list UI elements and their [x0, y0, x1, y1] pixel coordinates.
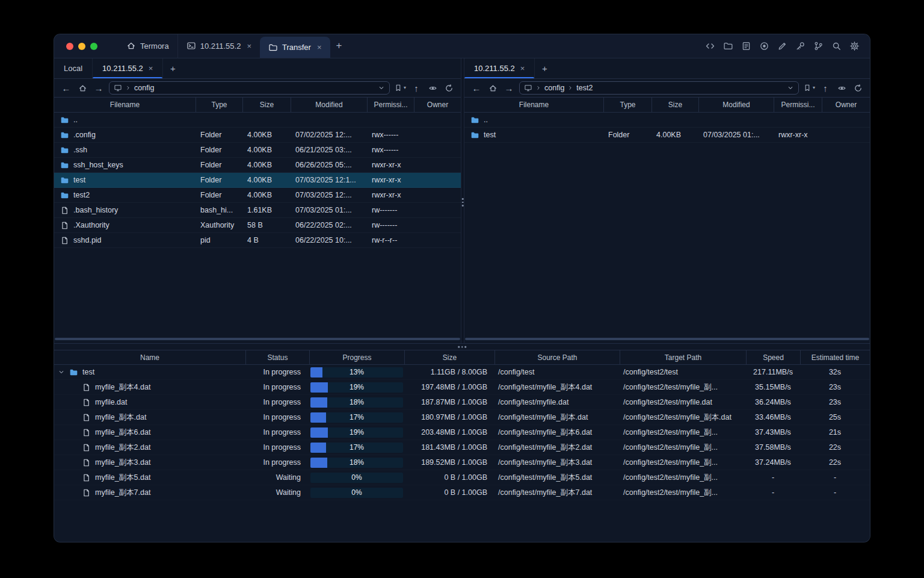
chevron-down-icon[interactable] — [378, 84, 385, 92]
file-col-permissi[interactable]: Permissi... — [774, 98, 822, 112]
forward-button[interactable]: → — [93, 81, 105, 95]
close-window-button[interactable] — [66, 43, 73, 50]
bookmarks-button[interactable]: ▾ — [803, 81, 815, 95]
file-col-owner[interactable]: Owner — [414, 98, 461, 112]
file-row[interactable]: .configFolder4.00KB07/02/2025 12:...rwx-… — [54, 128, 461, 143]
transfer-row[interactable]: myfile_副本4.datIn progress19%197.48MB / 1… — [54, 380, 870, 395]
tab-ssh-host[interactable]: 10.211.55.2 × — [177, 34, 260, 58]
transfer-col-name[interactable]: Name — [54, 350, 245, 364]
transfer-progress-cell: 18% — [309, 455, 404, 470]
code-button[interactable] — [703, 39, 717, 54]
transfer-col-progress[interactable]: Progress — [309, 350, 404, 364]
transfer-name-cell: myfile_副本5.dat — [54, 473, 245, 483]
back-button[interactable]: ← — [470, 81, 482, 95]
home-button[interactable] — [487, 81, 499, 95]
filename-text: sshd.pid — [73, 236, 102, 244]
transfer-row[interactable]: myfile_副本7.datWaiting0%0 B / 1.00GB/conf… — [54, 485, 870, 500]
home-button[interactable] — [76, 81, 88, 95]
chevron-down-icon[interactable] — [787, 84, 794, 92]
settings-button[interactable] — [847, 39, 861, 54]
transfer-row[interactable]: testIn progress13%1.11GB / 8.00GB/config… — [54, 365, 870, 380]
transfer-col-status[interactable]: Status — [245, 350, 309, 364]
transfer-row[interactable]: myfile.datIn progress18%187.87MB / 1.00G… — [54, 395, 870, 410]
upload-button[interactable]: ↑ — [410, 81, 422, 95]
forward-button[interactable]: → — [503, 81, 515, 95]
transfer-eta-cell: 32s — [800, 368, 870, 376]
transfer-col-source-path[interactable]: Source Path — [494, 350, 620, 364]
path-bar[interactable]: config — [109, 81, 390, 95]
file-col-modified[interactable]: Modified — [698, 98, 774, 112]
file-row[interactable]: testFolder4.00KB07/03/2025 12:1...rwxr-x… — [54, 173, 461, 188]
transfer-col-estimated-time[interactable]: Estimated time — [800, 350, 870, 364]
file-permissions-cell: rwxr-xr-x — [367, 161, 414, 169]
show-hidden-button[interactable] — [427, 81, 439, 95]
file-col-size[interactable]: Size — [242, 98, 291, 112]
record-button[interactable] — [757, 39, 771, 54]
refresh-button[interactable] — [852, 81, 864, 95]
horizontal-scrollbar[interactable] — [465, 338, 869, 340]
path-segment[interactable]: test2 — [576, 84, 593, 92]
transfer-col-size[interactable]: Size — [404, 350, 494, 364]
refresh-button[interactable] — [443, 81, 455, 95]
file-row[interactable]: .. — [464, 113, 870, 128]
file-row[interactable]: .sshFolder4.00KB06/21/2025 03:...rwx----… — [54, 143, 461, 158]
file-col-filename[interactable]: Filename — [54, 98, 196, 112]
file-col-size[interactable]: Size — [651, 98, 698, 112]
tab-remote-host[interactable]: 10.211.55.2 × — [464, 58, 535, 78]
new-fm-tab-button[interactable]: + — [163, 58, 182, 78]
search-button[interactable] — [829, 39, 843, 54]
file-col-type[interactable]: Type — [603, 98, 651, 112]
zoom-window-button[interactable] — [90, 43, 97, 50]
transfer-row[interactable]: myfile_副本6.datIn progress19%203.48MB / 1… — [54, 425, 870, 440]
file-col-permissi[interactable]: Permissi... — [367, 98, 414, 112]
close-tab-icon[interactable]: × — [520, 64, 525, 72]
transfer-row[interactable]: myfile_副本.datIn progress17%180.97MB / 1.… — [54, 410, 870, 425]
tab-transfer[interactable]: Transfer × — [260, 37, 330, 58]
back-button[interactable]: ← — [60, 81, 72, 95]
path-segment[interactable]: config — [544, 84, 564, 92]
tab-local[interactable]: Local — [54, 58, 93, 78]
collapse-chevron-icon[interactable] — [58, 368, 65, 376]
progress-fill — [310, 427, 328, 438]
horizontal-splitter[interactable] — [54, 344, 870, 350]
minimize-window-button[interactable] — [78, 43, 85, 50]
close-tab-icon[interactable]: × — [247, 42, 251, 50]
transfer-row[interactable]: myfile_副本5.datWaiting0%0 B / 1.00GB/conf… — [54, 470, 870, 485]
file-row[interactable]: testFolder4.00KB07/03/2025 01:...rwxr-xr… — [464, 128, 870, 143]
file-row[interactable]: .. — [54, 113, 461, 128]
close-tab-icon[interactable]: × — [149, 64, 153, 72]
file-row[interactable]: sshd.pidpid4 B06/22/2025 10:...rw-r--r-- — [54, 233, 461, 248]
new-tab-button[interactable]: + — [330, 34, 348, 58]
file-col-owner[interactable]: Owner — [822, 98, 870, 112]
tab-remote-host[interactable]: 10.211.55.2 × — [93, 58, 163, 78]
file-col-type[interactable]: Type — [196, 98, 242, 112]
key-button[interactable] — [793, 39, 807, 54]
transfer-col-target-path[interactable]: Target Path — [620, 350, 746, 364]
pencil-button[interactable] — [775, 39, 789, 54]
transfer-name-text: myfile_副本7.dat — [95, 488, 150, 498]
folder-button[interactable] — [721, 39, 735, 54]
progress-fill — [310, 458, 327, 468]
branch-button[interactable] — [811, 39, 825, 54]
new-fm-tab-button[interactable]: + — [535, 58, 554, 78]
show-hidden-button[interactable] — [836, 81, 848, 95]
folder-icon — [470, 131, 479, 140]
tab-termora[interactable]: Termora — [118, 34, 177, 58]
path-bar[interactable]: config test2 — [519, 81, 799, 95]
file-row[interactable]: ssh_host_keysFolder4.00KB06/26/2025 05:.… — [54, 158, 461, 173]
bookmarks-button[interactable]: ▾ — [394, 81, 406, 95]
file-row[interactable]: test2Folder4.00KB07/03/2025 12:...rwxr-x… — [54, 188, 461, 203]
file-row[interactable]: .XauthorityXauthority58 B06/22/2025 02:.… — [54, 218, 461, 233]
progress-label: 13% — [350, 368, 364, 376]
file-col-modified[interactable]: Modified — [291, 98, 367, 112]
path-segment[interactable]: config — [134, 84, 154, 92]
horizontal-scrollbar[interactable] — [55, 338, 460, 340]
file-row[interactable]: .bash_historybash_hi...1.61KB07/03/2025 … — [54, 203, 461, 218]
transfer-row[interactable]: myfile_副本2.datIn progress17%181.43MB / 1… — [54, 440, 870, 455]
close-tab-icon[interactable]: × — [317, 43, 322, 51]
upload-button[interactable]: ↑ — [819, 81, 831, 95]
file-col-filename[interactable]: Filename — [464, 98, 603, 112]
log-button[interactable] — [739, 39, 753, 54]
transfer-row[interactable]: myfile_副本3.datIn progress18%189.52MB / 1… — [54, 455, 870, 470]
transfer-col-speed[interactable]: Speed — [746, 350, 800, 364]
